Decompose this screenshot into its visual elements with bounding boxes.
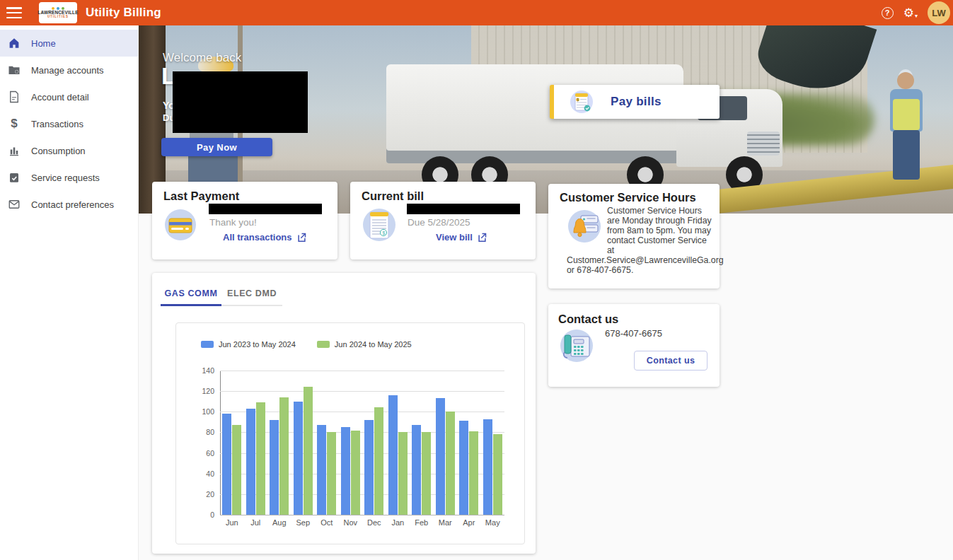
- photo-shape: [415, 107, 500, 129]
- sidebar-item-label: Transactions: [31, 119, 83, 129]
- phone-number: 678-407-6675: [605, 328, 662, 339]
- bar-group-sep: [291, 387, 316, 515]
- pay-bills-label: Pay bills: [611, 95, 662, 109]
- pay-bills-button[interactable]: $ Pay bills: [550, 85, 720, 119]
- sidebar-item-label: Contact preferences: [31, 199, 114, 210]
- gridline: [220, 515, 504, 515]
- sidebar-item-transactions[interactable]: $ Transactions: [0, 110, 138, 137]
- y-tick-label: 100: [183, 407, 214, 416]
- notification-bell-icon: [567, 209, 602, 244]
- all-transactions-link[interactable]: All transactions: [223, 232, 307, 243]
- last-payment-card: Last Payment Thank you! All transactions: [152, 182, 337, 259]
- consumption-chart-card: GAS COMM ELEC DMD Jun 2023 to May 2024 J…: [152, 273, 536, 554]
- bar-group-jun: [220, 414, 244, 515]
- link-label: All transactions: [223, 232, 292, 243]
- customer-service-text: Customer Service Hours are Monday throug…: [567, 206, 714, 275]
- envelope-icon: [7, 198, 21, 211]
- chart-bar: [483, 419, 492, 515]
- x-tick-label: Jan: [386, 518, 410, 527]
- logo-text: LAWRENCEVILLE: [37, 11, 78, 15]
- user-avatar[interactable]: LW: [928, 1, 950, 24]
- chart-bar: [398, 432, 408, 515]
- link-label: View bill: [436, 232, 473, 243]
- x-tick-label: May: [481, 518, 505, 527]
- bar-group-jan: [386, 395, 410, 515]
- chart-bar: [317, 425, 326, 515]
- x-tick-label: Apr: [457, 518, 481, 527]
- x-tick-label: Aug: [267, 518, 291, 527]
- home-icon: [7, 37, 21, 49]
- chart-bar: [270, 420, 279, 515]
- sidebar-item-label: Account detail: [31, 92, 89, 103]
- bar-group-mar: [434, 398, 458, 515]
- redacted-amount: [209, 204, 322, 214]
- chart-tabs: GAS COMM ELEC DMD: [161, 281, 282, 306]
- chart-bar: [246, 409, 255, 515]
- sidebar-item-manage-accounts[interactable]: Manage accounts: [0, 57, 138, 83]
- card-title: Last Payment: [163, 189, 239, 203]
- x-tick-label: Dec: [362, 518, 386, 527]
- tab-elec-dmd[interactable]: ELEC DMD: [221, 281, 282, 305]
- y-tick-label: 140: [183, 366, 214, 375]
- bar-group-apr: [457, 421, 481, 515]
- bar-group-aug: [267, 397, 291, 515]
- customer-service-hours-card: Customer Service Hours Customer Service …: [548, 184, 720, 288]
- chart-bar: [351, 431, 360, 515]
- logo-dots: [52, 7, 64, 10]
- card-title: Current bill: [362, 189, 424, 203]
- menu-icon[interactable]: [6, 7, 22, 18]
- tab-gas-comm[interactable]: GAS COMM: [161, 281, 221, 305]
- dollar-icon: $: [7, 117, 21, 131]
- svg-text:$: $: [577, 98, 579, 102]
- settings-gear-icon[interactable]: ⚙▾: [903, 6, 918, 21]
- logo-subtext: UTILITIES: [47, 16, 69, 19]
- photo-shape: [893, 130, 920, 180]
- contact-us-button[interactable]: Contact us: [634, 351, 707, 371]
- folder-gear-icon: [7, 64, 21, 76]
- chart-bar: [446, 412, 455, 515]
- chart-bar: [222, 414, 231, 515]
- chart-bar: [422, 432, 431, 515]
- x-tick-label: Sep: [291, 518, 316, 527]
- app-header: LAWRENCEVILLE UTILITIES Utility Billing …: [0, 0, 953, 25]
- card-title: Customer Service Hours: [560, 191, 714, 204]
- y-tick-label: 80: [183, 428, 214, 436]
- chart-bar: [341, 427, 350, 515]
- sidebar-item-label: Consumption: [31, 146, 86, 156]
- contact-us-card: Contact us 678-407-6675 Contact us: [548, 304, 720, 387]
- chart-bar: [469, 431, 478, 515]
- pay-now-button[interactable]: Pay Now: [161, 138, 272, 156]
- photo-shape: [897, 72, 914, 89]
- chevron-down-icon: ▾: [915, 13, 918, 19]
- chart-bar: [493, 434, 502, 515]
- chart-bar: [279, 397, 289, 515]
- bar-group-dec: [362, 407, 386, 515]
- x-tick-label: Jul: [244, 518, 268, 527]
- x-tick-label: Oct: [315, 518, 339, 527]
- bar-group-oct: [315, 425, 339, 515]
- sidebar-item-contact-preferences[interactable]: Contact preferences: [0, 191, 138, 218]
- bar-group-nov: [339, 427, 363, 515]
- sidebar-item-label: Manage accounts: [31, 65, 104, 76]
- chart-bar: [294, 402, 303, 515]
- view-bill-link[interactable]: View bill: [436, 232, 487, 243]
- sidebar-item-home[interactable]: Home: [0, 30, 138, 57]
- sidebar-item-service-requests[interactable]: Service requests: [0, 164, 138, 191]
- chart-bar: [374, 407, 383, 515]
- help-icon[interactable]: ?: [882, 7, 894, 19]
- redacted-personal-info: [173, 71, 308, 133]
- sidebar-item-account-detail[interactable]: Account detail: [0, 83, 138, 110]
- bar-groups: [220, 371, 504, 515]
- photo-shape: [893, 99, 920, 130]
- chart-bar: [256, 402, 265, 515]
- external-link-icon: [477, 232, 487, 243]
- sidebar-item-consumption[interactable]: Consumption: [0, 137, 138, 164]
- x-tick-label: Feb: [410, 518, 434, 527]
- bill-document-icon: $: [362, 207, 397, 245]
- svg-text:$: $: [382, 231, 385, 235]
- document-icon: [7, 91, 21, 103]
- y-tick-label: 40: [183, 469, 214, 478]
- chart-bar: [388, 395, 398, 515]
- chart-bar: [364, 420, 374, 515]
- chart-plot: [220, 371, 504, 515]
